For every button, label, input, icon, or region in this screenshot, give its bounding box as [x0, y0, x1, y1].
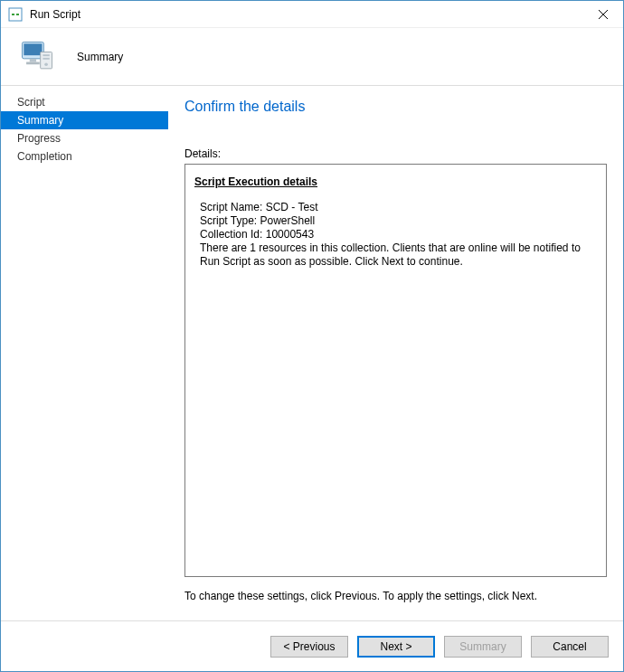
wizard-body: Script Summary Progress Completion Confi… — [1, 86, 623, 620]
cancel-button[interactable]: Cancel — [531, 636, 609, 658]
wizard-header: Summary — [1, 28, 623, 86]
previous-button[interactable]: < Previous — [270, 636, 348, 658]
script-type-line: Script Type: PowerShell — [200, 214, 597, 228]
wizard-footer: < Previous Next > Summary Cancel — [1, 620, 623, 671]
notice-line: There are 1 resources in this collection… — [200, 241, 597, 269]
monitor-icon — [15, 35, 59, 79]
sidebar-item-completion[interactable]: Completion — [1, 147, 168, 166]
close-button[interactable] — [582, 1, 623, 27]
window-title: Run Script — [30, 8, 582, 21]
svg-rect-2 — [16, 14, 19, 15]
svg-rect-7 — [30, 58, 36, 62]
details-box: Script Execution details Script Name: SC… — [184, 164, 607, 577]
titlebar: Run Script — [1, 1, 623, 28]
page-title: Summary — [77, 51, 123, 63]
sidebar-item-progress[interactable]: Progress — [1, 129, 168, 147]
wizard-content: Confirm the details Details: Script Exec… — [168, 86, 623, 620]
hint-text: To change these settings, click Previous… — [184, 590, 607, 602]
svg-rect-11 — [43, 57, 49, 59]
details-label: Details: — [184, 147, 607, 160]
sidebar-item-summary[interactable]: Summary — [1, 111, 168, 129]
collection-id-line: Collection Id: 10000543 — [200, 228, 597, 241]
script-name-line: Script Name: SCD - Test — [200, 201, 597, 214]
details-heading: Script Execution details — [194, 175, 597, 188]
svg-rect-1 — [12, 14, 14, 15]
svg-point-12 — [44, 62, 48, 66]
wizard-window: Run Script Summary Script S — [0, 0, 624, 672]
app-icon — [8, 7, 23, 22]
next-button[interactable]: Next > — [357, 636, 435, 658]
summary-button[interactable]: Summary — [444, 636, 522, 658]
wizard-sidebar: Script Summary Progress Completion — [1, 86, 168, 620]
svg-rect-0 — [9, 8, 22, 21]
svg-rect-10 — [43, 54, 49, 56]
svg-rect-6 — [24, 43, 42, 55]
svg-rect-8 — [26, 62, 40, 64]
content-heading: Confirm the details — [184, 99, 607, 115]
sidebar-item-script[interactable]: Script — [1, 93, 168, 111]
details-content: Script Name: SCD - Test Script Type: Pow… — [194, 201, 597, 269]
